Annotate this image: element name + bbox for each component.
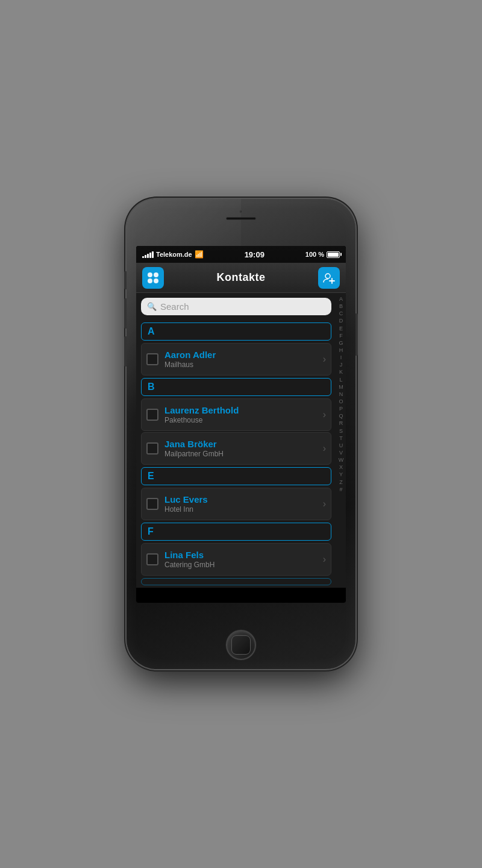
alpha-letter-t[interactable]: T	[339, 435, 343, 442]
status-right: 100 %	[305, 251, 340, 258]
contacts-list: 🔍 Search A Aaron Adler Mailhaus ›	[136, 293, 336, 588]
contact-company-aaron: Mailhaus	[164, 360, 317, 369]
contact-company-laurenz: Pakethouse	[164, 416, 317, 424]
alpha-letter-i[interactable]: I	[340, 354, 342, 361]
contact-checkbox-aaron[interactable]	[146, 353, 158, 365]
add-contact-button[interactable]	[318, 267, 340, 289]
alpha-letter-e[interactable]: E	[339, 325, 343, 332]
signal-bar-3	[147, 254, 149, 258]
wifi-icon: 📶	[195, 250, 204, 259]
content-area: 🔍 Search A Aaron Adler Mailhaus ›	[136, 293, 346, 588]
chevron-icon-luc: ›	[323, 498, 326, 509]
home-button[interactable]	[226, 630, 256, 660]
app-header: Kontakte	[136, 263, 346, 293]
alpha-letter-j[interactable]: J	[340, 361, 343, 368]
logo-icon	[145, 270, 161, 286]
contact-company-lina: Catering GmbH	[164, 561, 317, 569]
alpha-letter-f[interactable]: F	[339, 332, 343, 339]
chevron-icon-aaron: ›	[323, 354, 326, 365]
search-box[interactable]: 🔍 Search	[141, 298, 331, 315]
alpha-letter-h[interactable]: H	[339, 347, 343, 354]
alpha-letter-z[interactable]: Z	[339, 479, 343, 486]
app-logo[interactable]	[142, 267, 164, 289]
contact-row-luc[interactable]: Luc Evers Hotel Inn ›	[141, 488, 331, 520]
contact-info-aaron: Aaron Adler Mailhaus	[164, 350, 317, 369]
alpha-letter-d[interactable]: D	[339, 317, 343, 324]
contact-info-laurenz: Laurenz Berthold Pakethouse	[164, 405, 317, 424]
svg-point-0	[148, 272, 152, 277]
contact-row-jana[interactable]: Jana Bröker Mailpartner GmbH ›	[141, 432, 331, 465]
status-bar: Telekom.de 📶 19:09 100 %	[136, 246, 346, 263]
battery-fill	[328, 253, 339, 257]
volume-up-button[interactable]	[124, 298, 127, 329]
app-title: Kontakte	[216, 271, 265, 284]
contact-row-lina[interactable]: Lina Fels Catering GmbH ›	[141, 543, 331, 576]
contact-company-jana: Mailpartner GmbH	[164, 450, 317, 458]
volume-down-button[interactable]	[124, 336, 127, 366]
signal-icon	[142, 251, 154, 258]
search-container: 🔍 Search	[136, 293, 336, 320]
signal-bar-2	[145, 255, 146, 258]
alpha-letter-s[interactable]: S	[339, 427, 343, 435]
battery-icon	[327, 251, 340, 258]
alpha-letter-x[interactable]: X	[339, 464, 343, 471]
contact-info-jana: Jana Bröker Mailpartner GmbH	[164, 439, 317, 458]
section-header-partial	[141, 578, 331, 585]
contact-info-luc: Luc Evers Hotel Inn	[164, 494, 317, 514]
contact-row-laurenz[interactable]: Laurenz Berthold Pakethouse ›	[141, 398, 331, 431]
signal-bar-4	[149, 253, 151, 258]
alpha-letter-g[interactable]: G	[339, 339, 343, 347]
camera	[239, 210, 243, 213]
alpha-letter-n[interactable]: N	[339, 391, 343, 398]
mute-button[interactable]	[124, 271, 127, 289]
alpha-letter-m[interactable]: M	[339, 383, 343, 391]
alpha-letter-k[interactable]: K	[339, 368, 343, 376]
alpha-letter-o[interactable]: O	[339, 398, 343, 405]
contact-checkbox-luc[interactable]	[146, 498, 158, 510]
alpha-letter-r[interactable]: R	[339, 420, 343, 427]
contact-row-aaron[interactable]: Aaron Adler Mailhaus ›	[141, 343, 331, 376]
alpha-letter-v[interactable]: V	[339, 449, 343, 456]
home-button-inner	[231, 635, 251, 655]
alphabet-index[interactable]: ABCDEFGHIJKLMNOPQRSTUVWXYZ#	[336, 293, 346, 588]
alpha-letter-q[interactable]: Q	[339, 412, 343, 420]
svg-point-3	[154, 278, 158, 283]
alpha-letter-u[interactable]: U	[339, 442, 343, 449]
contact-name-lina: Lina Fels	[164, 550, 317, 560]
section-header-a: A	[141, 322, 331, 341]
section-header-e: E	[141, 467, 331, 485]
alpha-letter-p[interactable]: P	[339, 405, 343, 412]
alpha-letter-w[interactable]: W	[339, 456, 344, 464]
contact-name-jana: Jana Bröker	[164, 439, 317, 449]
alpha-letter-y[interactable]: Y	[339, 471, 343, 478]
chevron-icon-jana: ›	[323, 443, 326, 454]
chevron-icon-lina: ›	[323, 554, 326, 565]
alpha-letter-l[interactable]: L	[339, 376, 342, 383]
status-left: Telekom.de 📶	[142, 250, 204, 259]
contact-info-lina: Lina Fels Catering GmbH	[164, 550, 317, 569]
battery-percent: 100 %	[305, 251, 324, 258]
svg-point-2	[148, 278, 152, 283]
alpha-letter-b[interactable]: B	[339, 303, 343, 310]
add-person-icon	[322, 271, 336, 285]
search-placeholder: Search	[160, 301, 189, 312]
alpha-letter-c[interactable]: C	[339, 310, 343, 317]
chevron-icon-laurenz: ›	[323, 409, 326, 420]
signal-bar-1	[142, 256, 144, 258]
speaker	[226, 217, 256, 220]
contact-checkbox-laurenz[interactable]	[146, 409, 158, 421]
contact-checkbox-lina[interactable]	[146, 553, 158, 565]
power-button[interactable]	[355, 313, 358, 356]
contact-name-laurenz: Laurenz Berthold	[164, 405, 317, 415]
contact-checkbox-jana[interactable]	[146, 442, 158, 454]
alpha-letter-a[interactable]: A	[339, 295, 343, 303]
section-header-f: F	[141, 523, 331, 541]
contact-name-aaron: Aaron Adler	[164, 350, 317, 360]
svg-point-4	[325, 274, 330, 278]
phone-screen: Telekom.de 📶 19:09 100 % Kont	[136, 246, 346, 603]
alpha-letter-#[interactable]: #	[339, 486, 342, 493]
signal-bar-5	[152, 251, 154, 258]
time-display: 19:09	[245, 250, 264, 259]
search-icon: 🔍	[147, 302, 157, 311]
contact-name-luc: Luc Evers	[164, 494, 317, 505]
